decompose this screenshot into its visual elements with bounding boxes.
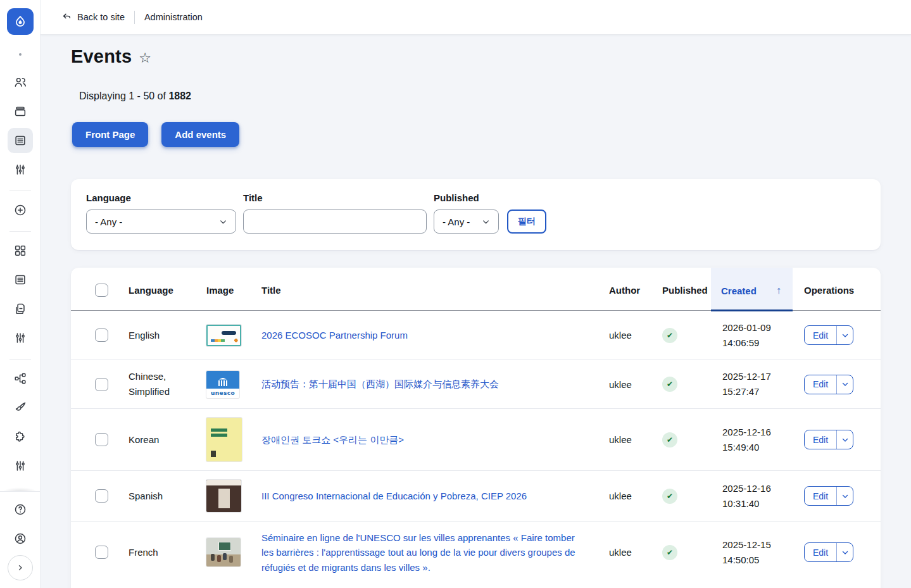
created-time: 10:31:40 — [722, 496, 793, 511]
row-select-checkbox[interactable] — [95, 328, 108, 342]
sidebar-divider — [9, 359, 31, 360]
language-filter-select[interactable]: - Any - — [86, 210, 236, 234]
edit-button[interactable]: Edit — [805, 430, 837, 449]
event-title-link[interactable]: Séminaire en ligne de l'UNESCO sur les v… — [261, 530, 604, 575]
column-header-author: Author — [604, 268, 657, 311]
edit-dropdown-toggle[interactable] — [837, 543, 853, 561]
sidebar-item-files[interactable] — [8, 296, 33, 322]
sidebar-scroll-shadow — [0, 484, 40, 492]
paintbrush-icon — [13, 401, 27, 415]
event-title-link[interactable]: III Congreso Internacional de Educación … — [261, 489, 550, 503]
created-date: 2025-12-15 — [722, 537, 793, 553]
account-icon — [13, 532, 27, 546]
event-thumbnail — [206, 418, 242, 461]
published-check-badge: ✔ — [662, 377, 677, 392]
page-content: Events ☆ Displaying 1 - 50 of 1882 Front… — [41, 35, 911, 588]
chevron-right-icon — [15, 562, 26, 573]
edit-button[interactable]: Edit — [805, 543, 837, 561]
column-header-operations: Operations — [793, 268, 881, 311]
event-title-link[interactable]: 2026 ECOSOC Partnership Forum — [261, 328, 430, 342]
sidebar-item-structure[interactable] — [8, 366, 33, 391]
edit-dropdown-toggle[interactable] — [837, 487, 853, 505]
published-filter-select[interactable]: - Any - — [434, 210, 499, 234]
row-author: uklee — [604, 522, 657, 584]
help-icon — [13, 503, 27, 516]
edit-dropdown-toggle[interactable] — [837, 430, 853, 449]
sidebar-item-help[interactable] — [8, 497, 33, 522]
edit-split-button: Edit — [804, 430, 853, 449]
created-sort-label: Created — [721, 285, 757, 296]
event-thumbnail: unesco — [206, 371, 239, 398]
edit-button[interactable]: Edit — [805, 375, 837, 394]
title-filter-input[interactable] — [243, 210, 427, 234]
created-date: 2025-12-16 — [722, 425, 793, 440]
back-to-site-link[interactable]: Back to site — [61, 12, 125, 23]
sidebar-item-articles[interactable] — [8, 267, 33, 292]
published-filter-value: - Any - — [443, 216, 470, 227]
edit-button[interactable]: Edit — [805, 326, 837, 344]
row-select-checkbox[interactable] — [95, 489, 108, 503]
row-created: 2026-01-09 14:06:59 — [711, 311, 793, 360]
sidebar-divider — [9, 231, 31, 232]
drupal-drop-icon — [13, 14, 28, 29]
row-select-checkbox[interactable] — [95, 378, 108, 391]
sidebar-item-extend[interactable] — [8, 424, 33, 449]
unesco-wordmark: unesco — [206, 389, 239, 398]
sidebar-item-add[interactable] — [8, 197, 33, 223]
created-time: 14:50:05 — [722, 553, 793, 568]
table-row: French Séminaire en ligne de l'UNESCO su… — [71, 522, 881, 584]
sidebar-item-archive[interactable] — [8, 99, 33, 124]
column-header-created[interactable]: Created ↑ — [711, 268, 793, 311]
sidebar-expand-button[interactable] — [8, 555, 33, 580]
edit-dropdown-toggle[interactable] — [837, 375, 853, 394]
chevron-down-icon — [482, 218, 490, 226]
created-date: 2025-12-17 — [722, 369, 793, 384]
sidebar-item-appearance[interactable] — [8, 395, 33, 420]
apply-filter-button[interactable]: 필터 — [507, 210, 546, 234]
column-header-title: Title — [261, 268, 604, 311]
menu-indicator-dot — [19, 53, 22, 56]
result-count-total: 1882 — [168, 91, 191, 101]
edit-split-button: Edit — [804, 375, 853, 394]
published-check-badge: ✔ — [662, 545, 677, 560]
events-table-card: Language Image Title Author Published Cr… — [71, 268, 881, 588]
row-select-checkbox[interactable] — [95, 433, 108, 446]
row-language: Chinese, Simplified — [129, 360, 206, 409]
sidebar-item-people[interactable] — [8, 70, 33, 95]
sidebar-item-config[interactable] — [8, 325, 33, 351]
row-created: 2025-12-16 15:49:40 — [711, 409, 793, 471]
content-icon — [13, 134, 27, 147]
bookmark-star-icon[interactable]: ☆ — [139, 49, 151, 65]
sidebar-item-preferences[interactable] — [8, 453, 33, 479]
row-author: uklee — [604, 409, 657, 471]
sidebar-divider — [9, 191, 31, 191]
sliders-icon — [13, 331, 27, 345]
edit-dropdown-toggle[interactable] — [837, 326, 853, 344]
sidebar-item-account[interactable] — [8, 526, 33, 551]
edit-split-button: Edit — [804, 542, 853, 562]
language-filter-label: Language — [86, 192, 236, 203]
table-row: Spanish III Congreso Internacional de Ed… — [71, 471, 881, 522]
add-events-button[interactable]: Add events — [161, 122, 239, 147]
select-all-checkbox[interactable] — [95, 284, 108, 297]
breadcrumb-administration[interactable]: Administration — [144, 12, 203, 22]
edit-split-button: Edit — [804, 325, 853, 345]
chevron-down-icon — [841, 436, 849, 444]
event-title-link[interactable]: 장애인권 토크쇼 <우리는 이만큼> — [261, 432, 427, 447]
row-language: Korean — [129, 409, 206, 471]
created-time: 15:49:40 — [722, 440, 793, 455]
sidebar-item-content[interactable] — [8, 128, 33, 153]
front-page-button[interactable]: Front Page — [72, 122, 148, 147]
filters-panel: Language - Any - Title Published - Any -… — [71, 179, 881, 250]
sidebar-item-settings[interactable] — [8, 157, 33, 182]
row-language: Spanish — [129, 471, 206, 522]
edit-button[interactable]: Edit — [805, 487, 837, 505]
sliders-icon — [13, 163, 27, 177]
sidebar-item-blocks[interactable] — [8, 238, 33, 263]
sitemap-icon — [13, 372, 27, 385]
created-date: 2026-01-09 — [722, 320, 793, 335]
event-thumbnail — [206, 325, 241, 346]
drupal-logo[interactable] — [7, 8, 34, 35]
event-title-link[interactable]: 活动预告：第十届中国（西湖）国际媒介与信息素养大会 — [261, 377, 522, 391]
row-select-checkbox[interactable] — [95, 546, 108, 559]
